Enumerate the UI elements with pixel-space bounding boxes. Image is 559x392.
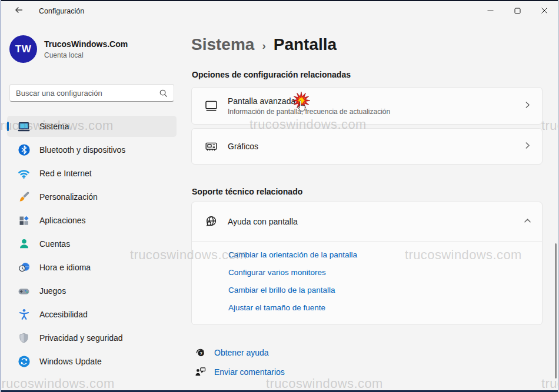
sidebar-item-label: Bluetooth y dispositivos [39, 145, 125, 155]
help-link-font-size[interactable]: Ajustar el tamaño de fuente [228, 303, 542, 312]
watermark: trucoswindows.com [541, 118, 559, 133]
system-icon [17, 120, 31, 133]
profile-account-type: Cuenta local [44, 51, 128, 59]
sidebar-item-label: Cuentas [39, 239, 70, 249]
page-title: Pantalla [274, 35, 337, 54]
advanced-display-subtitle: Información de pantalla, frecuencia de a… [228, 108, 390, 116]
advanced-display-title: Pantalla avanzada [228, 96, 390, 106]
sidebar-item-accesibilidad[interactable]: Accesibilidad [7, 304, 177, 325]
sidebar-item-label: Personalización [39, 192, 98, 202]
sidebar-item-label: Aplicaciones [39, 216, 86, 225]
avatar: TW [9, 35, 37, 63]
maximize-button[interactable] [504, 1, 531, 21]
chevron-right-icon [524, 100, 531, 111]
sidebar-item-sistema[interactable]: Sistema [7, 116, 177, 137]
help-card: Ayuda con pantalla Cambiar la orientació… [191, 202, 543, 325]
help-card-header[interactable]: Ayuda con pantalla [192, 202, 542, 242]
advanced-display-card[interactable]: Pantalla avanzada Información de pantall… [191, 87, 543, 125]
get-help-icon: ? [194, 346, 207, 359]
sidebar-item-hora-idioma[interactable]: Hora e idioma [7, 257, 177, 278]
related-settings-heading: Opciones de configuración relacionadas [192, 70, 351, 79]
sidebar-item-label: Windows Update [39, 357, 102, 366]
chevron-right-icon [524, 141, 531, 152]
help-link-brightness[interactable]: Cambiar el brillo de la pantalla [228, 286, 542, 294]
sidebar-item-label: Privacidad y seguridad [39, 333, 123, 343]
minimize-button[interactable] [477, 1, 504, 21]
window-title: Configuración [39, 7, 84, 15]
watermark: trucoswindows.com [266, 376, 383, 391]
globe-search-icon [204, 215, 218, 229]
help-link-orientation[interactable]: Cambiar la orientación de la pantalla [228, 250, 542, 259]
sidebar-item-label: Juegos [39, 286, 66, 296]
search-input[interactable] [10, 85, 174, 101]
chevron-up-icon[interactable] [524, 216, 531, 227]
send-feedback-link[interactable]: Enviar comentarios [214, 367, 285, 377]
back-button[interactable] [9, 4, 28, 19]
send-feedback-row: Enviar comentarios [194, 366, 285, 378]
minimize-icon [487, 6, 494, 16]
sidebar-item-label: Accesibilidad [39, 310, 88, 319]
help-links: Cambiar la orientación de la pantalla Co… [192, 242, 542, 312]
profile-name: TrucosWindows.Com [44, 39, 128, 49]
sidebar-item-personalizacion[interactable]: Personalización [7, 186, 177, 207]
bluetooth-icon [17, 143, 31, 157]
titlebar: Configuración [1, 1, 558, 21]
graphics-card[interactable]: Gráficos [191, 128, 543, 165]
sidebar-nav: Sistema Bluetooth y dispositivos Red e I… [7, 116, 177, 374]
time-language-icon [17, 261, 31, 274]
watermark: trucoswindows.com [541, 376, 559, 391]
back-arrow-icon [14, 5, 24, 17]
sidebar-item-aplicaciones[interactable]: Aplicaciones [7, 210, 177, 231]
breadcrumb: Sistema › Pantalla [191, 35, 337, 54]
network-icon [17, 167, 31, 180]
apps-icon [17, 214, 31, 227]
sidebar-item-label: Sistema [39, 122, 69, 131]
svg-text:?: ? [199, 351, 202, 356]
graphics-title: Gráficos [228, 142, 258, 151]
window-border-left [0, 0, 1, 392]
breadcrumb-parent[interactable]: Sistema [191, 35, 254, 54]
personalization-icon [17, 190, 31, 204]
scrollbar[interactable] [555, 243, 557, 378]
windows-update-icon [17, 355, 31, 368]
privacy-icon [17, 331, 31, 345]
accessibility-icon [17, 308, 31, 321]
sidebar-item-red-internet[interactable]: Red e Internet [7, 163, 177, 184]
gaming-icon [17, 284, 31, 298]
close-icon [541, 6, 548, 16]
sidebar-item-label: Red e Internet [39, 169, 92, 178]
feedback-icon [194, 366, 207, 378]
sidebar-item-juegos[interactable]: Juegos [7, 280, 177, 301]
help-link-multiple-monitors[interactable]: Configurar varios monitores [228, 268, 542, 277]
watermark: trucoswindows.com [0, 376, 115, 391]
maximize-icon [514, 6, 521, 16]
sidebar-item-label: Hora e idioma [39, 263, 91, 272]
selected-accent-bar [7, 122, 9, 131]
accounts-icon [17, 237, 31, 251]
help-card-title: Ayuda con pantalla [228, 217, 298, 226]
sidebar-item-privacidad[interactable]: Privacidad y seguridad [7, 327, 177, 349]
get-help-link[interactable]: Obtener ayuda [214, 348, 269, 357]
get-help-row: ? Obtener ayuda [194, 346, 269, 359]
sidebar-item-bluetooth[interactable]: Bluetooth y dispositivos [7, 139, 177, 160]
search-icon[interactable] [159, 89, 168, 100]
search-box [9, 84, 174, 102]
close-button[interactable] [531, 1, 558, 21]
sidebar-item-cuentas[interactable]: Cuentas [7, 233, 177, 254]
display-icon [204, 99, 218, 113]
support-heading: Soporte técnico relacionado [192, 187, 302, 196]
window-controls [477, 1, 558, 21]
sidebar-item-windows-update[interactable]: Windows Update [7, 351, 177, 372]
gpu-icon [204, 139, 218, 153]
breadcrumb-separator-icon: › [262, 38, 265, 52]
user-profile[interactable]: TW TrucosWindows.Com Cuenta local [9, 35, 128, 63]
